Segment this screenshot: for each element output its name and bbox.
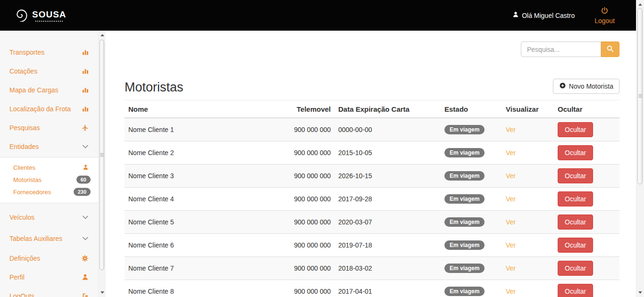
power-icon [601,7,609,16]
app-window: SOUSA Olá Miguel Castro Logout Transport… [0,0,644,297]
cell-data-expiracao: 2017-09-28 [335,188,441,211]
col-header-ocultar: Ocultar [554,100,619,118]
sign-out-icon [82,293,89,297]
status-badge: Em viagem [444,264,485,273]
sidebar: Transportes Cotações Mapa de Cargas Loca… [0,31,98,297]
count-badge: 230 [74,188,91,196]
main-content: Motoristas Novo Motorista Nome Telemovel… [106,31,636,297]
sidebar-subitem-fornecedores[interactable]: Fornecedores 230 [0,186,98,198]
ocultar-button[interactable]: Ocultar [558,168,593,183]
sidebar-item-tabelas-auxiliares[interactable]: Tabelas Auxiliares [0,228,98,249]
sidebar-item-mapa-de-cargas[interactable]: Mapa de Cargas [0,81,98,99]
cell-data-expiracao: 2017-04-01 [335,280,441,297]
sidebar-item-transportes[interactable]: Transportes [0,43,98,62]
cell-nome: Nome Cliente 6 [125,234,285,257]
table-row: Nome Cliente 4 900 000 000 2017-09-28 Em… [125,188,619,211]
ver-link[interactable]: Ver [506,264,516,272]
ver-link[interactable]: Ver [506,149,516,157]
bar-chart-icon [82,106,89,112]
ocultar-button[interactable]: Ocultar [558,284,593,297]
sidebar-item-localizacao-da-frota[interactable]: Localização da Frota [0,99,98,118]
scroll-down-arrow[interactable] [636,289,644,296]
sidebar-subitem-clientes[interactable]: Clientes [0,161,98,173]
new-motorista-button[interactable]: Novo Motorista [553,79,619,94]
ver-link[interactable]: Ver [506,195,516,203]
scrollbar-thumb[interactable] [637,8,643,184]
bar-chart-icon [82,68,89,74]
greeting-text: Olá Miguel Castro [522,12,575,19]
table-body: Nome Cliente 1 900 000 000 0000-00-00 Em… [125,118,619,297]
col-header-visualizar: Visualizar [502,100,554,118]
ver-link[interactable]: Ver [506,172,516,180]
ocultar-button[interactable]: Ocultar [558,122,593,137]
ocultar-button[interactable]: Ocultar [558,191,593,206]
cell-nome: Nome Cliente 7 [125,257,285,280]
table-row: Nome Cliente 7 900 000 000 2018-03-02 Em… [125,257,619,280]
ocultar-button[interactable]: Ocultar [558,214,593,230]
sidebar-scrollbar[interactable] [98,31,106,297]
search-input[interactable] [521,41,601,57]
status-badge: Em viagem [444,217,485,227]
sidebar-item-label: Transportes [9,49,44,56]
sidebar-item-perfil[interactable]: Perfil [0,268,98,287]
col-header-estado: Estado [441,100,502,118]
cell-telemovel: 900 000 000 [285,141,335,165]
page-scrollbar[interactable] [636,0,644,297]
search-button[interactable] [601,41,619,57]
chevron-down-icon [82,144,89,149]
sidebar-item-cotacoes[interactable]: Cotações [0,62,98,81]
sidebar-item-veiculos[interactable]: Veículos [0,206,98,228]
scroll-up-arrow[interactable] [99,32,106,39]
cell-nome: Nome Cliente 2 [125,141,285,165]
sidebar-subitem-motoristas[interactable]: Motoristas 60 [0,173,98,186]
sidebar-item-entidades[interactable]: Entidades [0,137,98,156]
col-header-telemovel: Telemovel [285,100,335,118]
status-badge: Em viagem [444,171,485,181]
user-icon [512,11,519,19]
status-badge: Em viagem [444,287,485,296]
table-row: Nome Cliente 6 900 000 000 2019-07-18 Em… [125,234,619,257]
motoristas-table: Nome Telemovel Data Expiração Carta Esta… [125,100,619,297]
chevron-down-icon [82,215,89,220]
status-badge: Em viagem [444,148,485,157]
search-icon [606,45,614,54]
gear-icon [81,255,89,262]
ver-link[interactable]: Ver [506,126,516,133]
table-header-row: Nome Telemovel Data Expiração Carta Esta… [125,100,619,118]
cell-data-expiracao: 2018-03-02 [335,257,441,280]
page-title: Motoristas [125,81,184,94]
cell-telemovel: 900 000 000 [285,280,335,297]
col-header-nome: Nome [125,100,285,118]
cell-telemovel: 900 000 000 [285,118,335,141]
table-row: Nome Cliente 1 900 000 000 0000-00-00 Em… [125,118,619,141]
table-row: Nome Cliente 8 900 000 000 2017-04-01 Em… [125,280,619,297]
ocultar-button[interactable]: Ocultar [558,261,593,276]
sidebar-item-logouts[interactable]: LogOuts [0,287,98,297]
ocultar-button[interactable]: Ocultar [558,238,593,253]
sidebar-item-label: Entidades [9,143,39,150]
user-icon [83,165,89,171]
sidebar-item-label: Definições [9,255,40,262]
plus-circle-icon [559,82,566,91]
sidebar-subitem-label: Fornecedores [13,189,51,196]
sidebar-item-label: Cotações [9,67,37,75]
status-badge: Em viagem [444,194,485,204]
brand-tagline-dots [35,20,63,22]
sidebar-item-pesquisas[interactable]: Pesquisas [0,118,98,137]
scroll-down-arrow[interactable] [99,289,106,296]
ocultar-button[interactable]: Ocultar [558,145,593,160]
cell-data-expiracao: 2019-07-18 [335,234,441,257]
scroll-up-arrow[interactable] [636,1,644,8]
sidebar-item-definicoes[interactable]: Definições [0,249,98,268]
ver-link[interactable]: Ver [506,241,516,249]
scrollbar-thumb[interactable] [100,40,104,270]
table-row: Nome Cliente 5 900 000 000 2020-03-07 Em… [125,211,619,234]
ver-link[interactable]: Ver [506,218,516,226]
logout-button[interactable]: Logout [594,7,615,25]
cell-nome: Nome Cliente 3 [125,165,285,188]
ver-link[interactable]: Ver [506,288,516,295]
cell-data-expiracao: 2026-10-15 [335,165,441,188]
plane-icon [82,124,89,132]
brand-logo[interactable]: SOUSA [14,8,67,23]
new-motorista-label: Novo Motorista [569,82,613,90]
